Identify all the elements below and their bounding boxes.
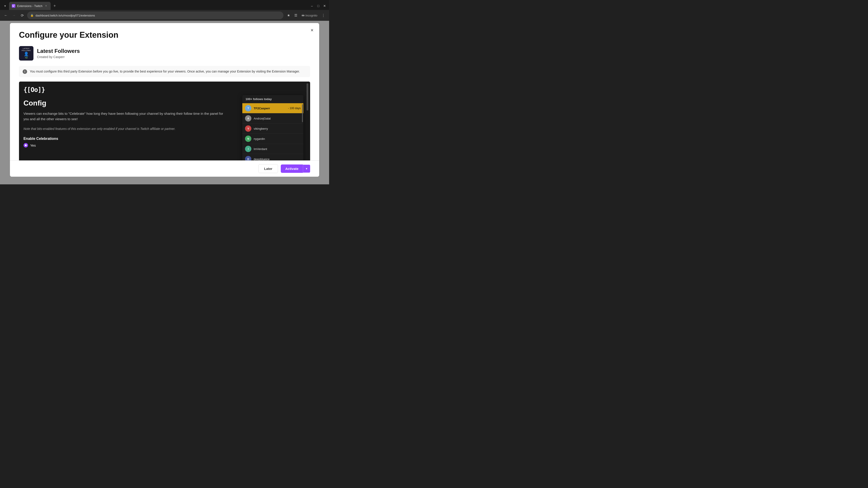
address-bar: ← → ⟳ 🔒 dashboard.twitch.tv/u/moodjoy071… <box>0 10 329 21</box>
follower-item: AAndrzejGalat <box>242 113 303 124</box>
activate-button-group: Activate ▾ <box>281 164 310 173</box>
follower-days: - 100 days <box>288 107 301 110</box>
followers-panel: 100+ follows today TTF2Casperr- 100 days… <box>242 95 303 160</box>
follower-avatar: A <box>245 115 251 122</box>
extension-preview: {[Oo]} Config Viewers can exchange bits … <box>19 82 310 160</box>
panel-scrollbar[interactable] <box>302 104 303 122</box>
security-lock-icon: 🔒 <box>30 14 34 17</box>
follower-item: TTF2Casperr- 100 days <box>242 103 303 113</box>
extension-info: Latest Followers Created by Casperr <box>37 48 80 59</box>
tab-title: Extensions - Twitch <box>17 4 42 8</box>
icon-mid: 👤 <box>22 52 31 57</box>
bookmark-button[interactable]: ★ <box>285 12 291 19</box>
followers-panel-header: 100+ follows today <box>242 95 303 103</box>
modal-body: Configure your Extension LATEST FOLLOWS … <box>10 23 319 160</box>
follower-name: ImVerdant <box>254 147 301 151</box>
page-content: × Configure your Extension LATEST FOLLOW… <box>0 21 329 184</box>
twitch-favicon <box>12 4 16 8</box>
extension-icon: LATEST FOLLOWS 👤 +3 <box>19 46 33 61</box>
forward-button[interactable]: → <box>11 12 17 19</box>
follower-avatar: I <box>245 146 251 152</box>
extension-name: Latest Followers <box>37 48 80 54</box>
follower-avatar: V <box>245 125 251 132</box>
info-icon: i <box>23 69 27 74</box>
restore-button[interactable]: □ <box>315 3 321 8</box>
url-text: dashboard.twitch.tv/u/moodjoy071/extensi… <box>35 14 280 17</box>
modal-overlay: × Configure your Extension LATEST FOLLOW… <box>0 21 329 184</box>
follower-item: Nnygardin <box>242 134 303 144</box>
tab-close-button[interactable]: × <box>44 4 48 8</box>
follower-avatar: T <box>245 105 251 111</box>
followers-list: TTF2Casperr- 100 daysAAndrzejGalatVvikin… <box>242 103 303 160</box>
back-button[interactable]: ← <box>3 12 9 19</box>
close-window-button[interactable]: ✕ <box>322 3 327 8</box>
window-controls: – □ ✕ <box>309 3 327 8</box>
browser-chrome: ▾ Extensions - Twitch × + – □ ✕ ← → ⟳ 🔒 … <box>0 0 329 21</box>
preview-scrollbar[interactable] <box>307 84 308 110</box>
incognito-label: Incognito <box>305 14 317 17</box>
minimize-button[interactable]: – <box>309 3 315 8</box>
icon-line1: LATEST <box>22 47 31 50</box>
info-text: You must configure this third party Exte… <box>30 69 300 74</box>
modal-footer: Later Activate ▾ <box>10 160 319 177</box>
follower-avatar: N <box>245 135 251 142</box>
tab-list-button[interactable]: ▾ <box>2 3 8 9</box>
follower-name: vikingberry <box>254 127 301 130</box>
yes-radio-button[interactable] <box>24 143 28 148</box>
incognito-button[interactable]: 🕶 Incognito <box>300 13 319 18</box>
info-banner: i You must configure this third party Ex… <box>19 66 310 77</box>
config-note: Note that bits-enabled features of this … <box>24 126 227 131</box>
ext-icon-inner: LATEST FOLLOWS 👤 +3 <box>21 46 32 60</box>
activate-main-button[interactable]: Activate <box>281 164 303 173</box>
reload-button[interactable]: ⟳ <box>19 12 25 19</box>
follower-name: deepblueice <box>254 158 301 161</box>
follower-avatar: D <box>245 156 251 160</box>
preview-logo: {[Oo]} <box>24 86 306 94</box>
url-bar[interactable]: 🔒 dashboard.twitch.tv/u/moodjoy071/exten… <box>27 11 283 19</box>
new-tab-button[interactable]: + <box>52 3 58 9</box>
icon-bot: +3 <box>22 57 31 59</box>
follower-item: Ddeepblueice <box>242 154 303 160</box>
yes-radio-label: Yes <box>30 143 36 147</box>
extension-header: LATEST FOLLOWS 👤 +3 Latest Followers Cre… <box>19 46 310 61</box>
tab-bar: ▾ Extensions - Twitch × + – □ ✕ <box>0 0 329 10</box>
menu-button[interactable]: ⋮ <box>320 12 327 19</box>
active-tab[interactable]: Extensions - Twitch × <box>9 2 51 10</box>
extension-creator: Created by Casperr <box>37 55 80 59</box>
activate-dropdown-button[interactable]: ▾ <box>303 165 310 173</box>
modal-title: Configure your Extension <box>19 30 310 40</box>
address-actions: ★ ☰ 🕶 Incognito ⋮ <box>285 12 327 19</box>
follower-name: TF2Casperr <box>254 107 286 110</box>
reader-view-button[interactable]: ☰ <box>292 12 299 19</box>
follower-item: IImVerdant <box>242 144 303 154</box>
configure-extension-modal: × Configure your Extension LATEST FOLLOW… <box>10 23 319 177</box>
later-button[interactable]: Later <box>258 164 278 173</box>
follower-name: AndrzejGalat <box>254 117 301 120</box>
follower-name: nygardin <box>254 137 301 140</box>
icon-line2: FOLLOWS <box>22 50 31 52</box>
config-description: Viewers can exchange bits to "Celebrate"… <box>24 111 227 122</box>
follower-item: Vvikingberry <box>242 124 303 134</box>
incognito-icon: 🕶 <box>302 14 305 17</box>
